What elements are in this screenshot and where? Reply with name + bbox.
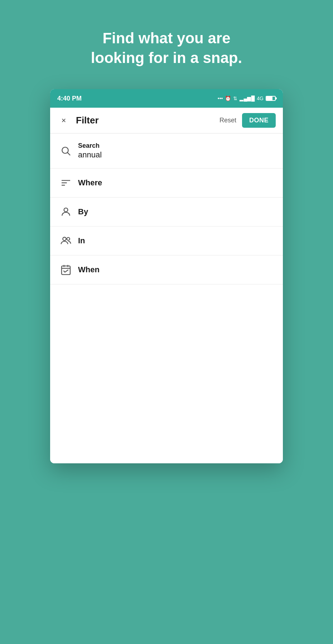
svg-point-7 <box>67 238 70 240</box>
battery-icon <box>266 96 276 101</box>
svg-point-5 <box>64 208 68 212</box>
filter-title: Filter <box>76 115 219 126</box>
filter-row-where[interactable]: Where <box>50 169 283 197</box>
svg-rect-8 <box>62 266 70 275</box>
status-time: 4:40 PM <box>57 95 82 102</box>
filter-row-when[interactable]: When <box>50 255 283 284</box>
where-label: Where <box>78 178 102 187</box>
filter-header: × Filter Reset DONE <box>50 108 283 133</box>
alarm-icon: ⏰ <box>225 96 231 101</box>
dots-icon: ••• <box>218 96 223 101</box>
svg-point-6 <box>63 237 66 240</box>
search-value: annual <box>78 150 276 160</box>
filter-rows: Search annual Where By <box>50 133 283 284</box>
status-icons: ••• ⏰ ⇅ ▂▄▆█ 4G <box>218 96 276 101</box>
headline: Find what you are looking for in a snap. <box>41 29 292 68</box>
status-bar: 4:40 PM ••• ⏰ ⇅ ▂▄▆█ 4G <box>50 89 283 108</box>
person-icon <box>57 206 74 218</box>
search-label: Search <box>78 142 276 150</box>
search-content: Search annual <box>78 142 276 160</box>
close-button[interactable]: × <box>57 114 70 127</box>
reset-button[interactable]: Reset <box>219 117 236 124</box>
headline-line1: Find what you are <box>102 30 230 47</box>
headline-line2: looking for in a snap. <box>91 49 242 66</box>
filter-empty-space <box>50 284 283 463</box>
filter-row-in[interactable]: In <box>50 226 283 255</box>
filter-lines-icon <box>57 177 74 189</box>
filter-row-search[interactable]: Search annual <box>50 133 283 169</box>
calendar-icon <box>57 264 74 275</box>
signal-bars-icon: ▂▄▆█ <box>240 96 255 101</box>
when-label: When <box>78 265 100 274</box>
in-label: In <box>78 236 85 245</box>
people-icon <box>57 235 74 247</box>
phone-mockup: 4:40 PM ••• ⏰ ⇅ ▂▄▆█ 4G × Filter Reset D… <box>50 89 283 463</box>
signal-arrows-icon: ⇅ <box>233 96 237 101</box>
filter-row-by[interactable]: By <box>50 197 283 226</box>
svg-point-0 <box>62 147 68 153</box>
search-icon <box>57 145 74 157</box>
by-label: By <box>78 207 88 216</box>
svg-line-1 <box>68 152 70 155</box>
done-button[interactable]: DONE <box>242 113 276 128</box>
signal-4g-label: 4G <box>257 96 264 101</box>
